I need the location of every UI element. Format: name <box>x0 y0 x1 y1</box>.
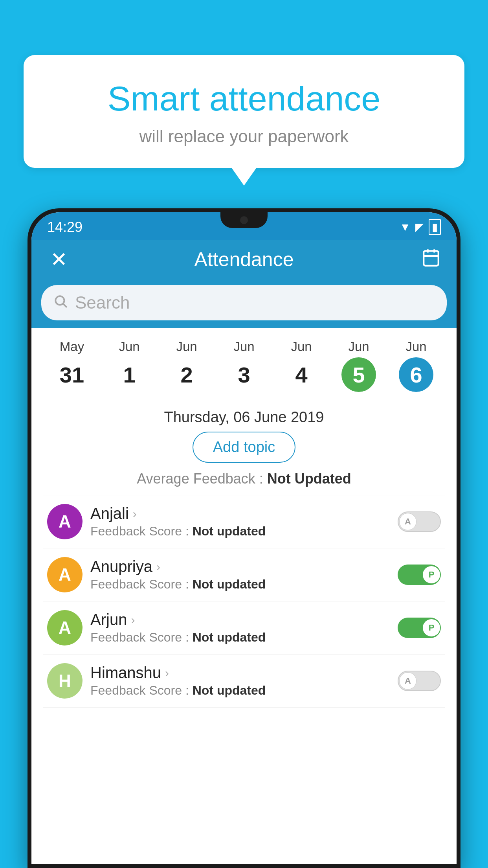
speech-bubble: Smart attendance will replace your paper… <box>24 55 464 168</box>
content-area: Thursday, 06 June 2019 Add topic Average… <box>31 401 457 708</box>
cal-cell-6: Jun <box>387 339 445 354</box>
absent-toggle[interactable]: A <box>398 511 441 532</box>
month-5: Jun <box>348 339 369 354</box>
chevron-right-icon: › <box>131 613 135 627</box>
student-info[interactable]: Anupriya › Feedback Score : Not updated <box>90 558 390 592</box>
date-label: Thursday, 06 June 2019 <box>43 401 445 432</box>
month-0: May <box>60 339 84 354</box>
table-row: A Anjali › Feedback Score : Not updated … <box>43 495 445 548</box>
month-4: Jun <box>291 339 312 354</box>
attendance-toggle[interactable]: A <box>398 671 441 691</box>
camera <box>240 216 248 224</box>
table-row: A Arjun › Feedback Score : Not updated P <box>43 601 445 655</box>
cal-date-4[interactable]: 4 <box>273 357 330 392</box>
present-toggle[interactable]: P <box>398 565 441 585</box>
phone-notch <box>220 212 268 228</box>
attendance-toggle[interactable]: A <box>398 511 441 532</box>
table-row: A Anupriya › Feedback Score : Not update… <box>43 548 445 601</box>
chevron-right-icon: › <box>165 666 169 680</box>
month-2: Jun <box>176 339 197 354</box>
months-row: May Jun Jun Jun Jun Jun Jun <box>39 332 449 354</box>
student-feedback: Feedback Score : Not updated <box>90 630 390 645</box>
month-1: Jun <box>119 339 139 354</box>
student-info[interactable]: Arjun › Feedback Score : Not updated <box>90 611 390 645</box>
signal-icon: ◤ <box>415 221 424 234</box>
cal-date-2[interactable]: 2 <box>158 357 215 392</box>
search-bar-container: Search <box>31 279 457 328</box>
toggle-knob: A <box>399 672 416 690</box>
avg-feedback-value: Not Updated <box>267 471 351 487</box>
date-num-3: 3 <box>227 357 261 392</box>
date-num-4: 4 <box>284 357 319 392</box>
student-feedback: Feedback Score : Not updated <box>90 683 390 698</box>
search-input[interactable]: Search <box>75 293 130 313</box>
cal-date-6[interactable]: 6 <box>387 357 445 392</box>
cal-cell-4: Jun <box>273 339 330 354</box>
svg-line-5 <box>63 304 67 307</box>
chevron-right-icon: › <box>156 560 160 574</box>
avg-feedback-label: Average Feedback : <box>137 471 263 487</box>
battery-icon: ▮ <box>429 219 441 235</box>
cal-cell-5: Jun <box>330 339 387 354</box>
cal-cell-1: Jun <box>101 339 158 354</box>
svg-rect-0 <box>424 251 438 266</box>
calendar-icon[interactable] <box>417 248 441 271</box>
close-button[interactable]: ✕ <box>47 248 71 271</box>
bubble-title: Smart attendance <box>47 79 441 119</box>
date-num-0: 31 <box>55 357 89 392</box>
cal-date-3[interactable]: 3 <box>215 357 273 392</box>
chevron-right-icon: › <box>133 507 137 520</box>
avg-feedback: Average Feedback : Not Updated <box>43 471 445 487</box>
month-3: Jun <box>233 339 254 354</box>
calendar-strip: May Jun Jun Jun Jun Jun Jun <box>31 328 457 401</box>
svg-point-4 <box>55 296 64 305</box>
student-name: Anupriya › <box>90 558 390 576</box>
avatar: A <box>47 610 83 645</box>
avatar: A <box>47 504 83 539</box>
student-list: A Anjali › Feedback Score : Not updated … <box>43 495 445 708</box>
avatar: H <box>47 663 83 699</box>
date-num-2: 2 <box>169 357 204 392</box>
status-icons: ▼ ◤ ▮ <box>400 219 441 235</box>
app-header: ✕ Attendance <box>31 240 457 279</box>
page-title: Attendance <box>71 248 417 271</box>
bubble-subtitle: will replace your paperwork <box>47 127 441 146</box>
cal-cell-3: Jun <box>215 339 273 354</box>
month-6: Jun <box>405 339 426 354</box>
add-topic-button[interactable]: Add topic <box>193 432 295 463</box>
status-time: 14:29 <box>47 219 83 235</box>
wifi-icon: ▼ <box>400 221 411 234</box>
cal-date-5[interactable]: 5 <box>330 357 387 392</box>
table-row: H Himanshu › Feedback Score : Not update… <box>43 655 445 708</box>
date-num-6: 6 <box>399 357 433 392</box>
dates-row: 31 1 2 3 4 5 6 <box>39 354 449 399</box>
cal-date-0[interactable]: 31 <box>43 357 101 392</box>
toggle-knob: P <box>423 619 440 636</box>
student-name: Anjali › <box>90 505 390 522</box>
date-num-5: 5 <box>341 357 376 392</box>
phone-screen: 14:29 ▼ ◤ ▮ ✕ Attendance <box>31 212 457 864</box>
toggle-knob: P <box>423 566 440 583</box>
student-feedback: Feedback Score : Not updated <box>90 577 390 592</box>
toggle-knob: A <box>399 513 416 530</box>
present-toggle[interactable]: P <box>398 618 441 638</box>
absent-toggle[interactable]: A <box>398 671 441 691</box>
attendance-toggle[interactable]: P <box>398 618 441 638</box>
student-name: Himanshu › <box>90 664 390 682</box>
cal-cell-2: Jun <box>158 339 215 354</box>
student-info[interactable]: Anjali › Feedback Score : Not updated <box>90 505 390 539</box>
search-bar[interactable]: Search <box>41 285 447 320</box>
attendance-toggle[interactable]: P <box>398 565 441 585</box>
student-feedback: Feedback Score : Not updated <box>90 524 390 539</box>
phone-frame: 14:29 ▼ ◤ ▮ ✕ Attendance <box>28 208 460 868</box>
date-num-1: 1 <box>112 357 147 392</box>
student-info[interactable]: Himanshu › Feedback Score : Not updated <box>90 664 390 698</box>
cal-date-1[interactable]: 1 <box>101 357 158 392</box>
cal-cell-0: May <box>43 339 101 354</box>
search-icon <box>53 294 68 312</box>
student-name: Arjun › <box>90 611 390 629</box>
avatar: A <box>47 557 83 592</box>
